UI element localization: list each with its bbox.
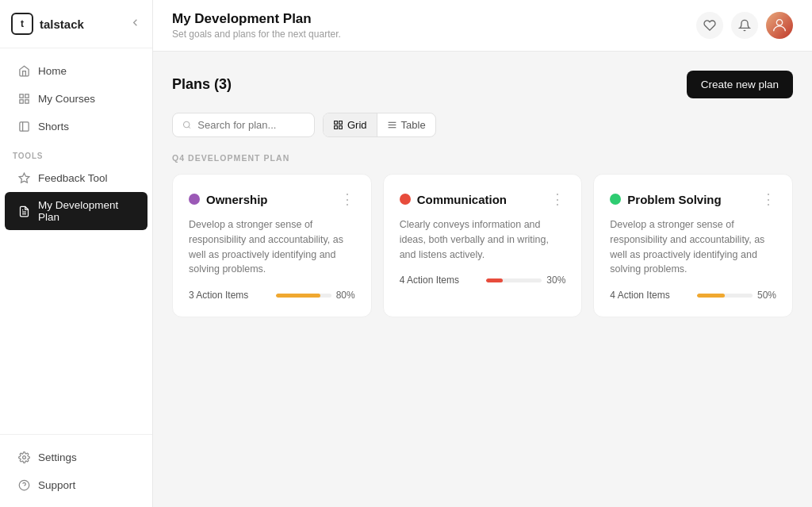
card-footer: 3 Action Items 80% [189,290,355,301]
action-count: 4 Action Items [400,275,459,286]
progress-bar [486,278,542,282]
card-footer: 4 Action Items 30% [400,275,566,286]
development-plan-icon [17,205,30,217]
card-header: Ownership ⋮ [189,190,355,208]
card-title-row: Ownership [189,193,268,206]
sidebar-item-feedback-tool[interactable]: Feedback Tool [5,164,147,191]
page-subtitle: Set goals and plans for the next quarter… [172,29,341,40]
card-menu-button[interactable]: ⋮ [550,190,565,208]
main-content: My Development Plan Set goals and plans … [153,0,812,507]
svg-point-12 [776,20,782,25]
plans-header: Plans (3) Create new plan [172,71,793,98]
sidebar-item-shorts-label: Shorts [38,121,69,133]
grid-icon [333,120,343,130]
sidebar-item-my-development-plan-label: My Development Plan [38,199,135,223]
svg-rect-17 [335,126,338,129]
card-header: Communication ⋮ [400,190,566,208]
plan-card-communication[interactable]: Communication ⋮ Clearly conveys informat… [383,174,583,317]
progress-fill [697,294,725,298]
search-input[interactable] [197,119,304,131]
progress-area: 30% [486,275,565,286]
svg-rect-0 [19,94,22,97]
sidebar-item-my-courses-label: My Courses [38,93,95,105]
sidebar-item-settings[interactable]: Settings [5,444,147,471]
header-text: My Development Plan Set goals and plans … [172,11,341,40]
favorite-button[interactable] [696,12,723,39]
content-area: Plans (3) Create new plan Grid Table Q4 [153,52,812,507]
progress-area: 80% [276,290,355,301]
progress-percentage: 50% [757,290,776,301]
svg-rect-1 [25,94,28,97]
svg-line-14 [189,127,190,129]
sidebar-bottom: Settings Support [0,434,152,507]
svg-marker-6 [19,173,29,182]
card-menu-button[interactable]: ⋮ [761,190,776,208]
progress-percentage: 80% [336,290,355,301]
action-count: 3 Action Items [189,290,248,301]
sidebar-item-support[interactable]: Support [5,471,147,498]
avatar[interactable] [766,12,793,39]
grid-view-button[interactable]: Grid [324,113,377,136]
book-icon [17,92,30,105]
card-dot [189,194,200,205]
view-toggle: Grid Table [323,113,436,137]
card-menu-button[interactable]: ⋮ [340,190,355,208]
sidebar: t talstack Home My Courses Shorts [0,0,153,507]
grid-view-label: Grid [347,119,367,131]
svg-point-13 [183,121,190,128]
svg-rect-15 [335,121,338,125]
plans-toolbar: Grid Table [172,113,793,137]
action-count: 4 Action Items [610,290,669,301]
svg-rect-4 [19,121,28,130]
card-header: Problem Solving ⋮ [610,190,776,208]
sidebar-collapse-button[interactable] [129,17,141,31]
sidebar-item-settings-label: Settings [38,451,77,463]
feedback-tool-icon [17,171,30,184]
page-header: My Development Plan Set goals and plans … [153,0,812,52]
table-view-button[interactable]: Table [377,113,435,136]
svg-rect-2 [19,99,22,102]
progress-percentage: 30% [546,275,565,286]
plans-title: Plans (3) [172,76,232,93]
search-box [172,113,315,137]
svg-point-9 [22,455,25,459]
plan-card-problem-solving[interactable]: Problem Solving ⋮ Develop a stronger sen… [593,174,793,317]
page-title: My Development Plan [172,11,341,27]
sidebar-item-home-label: Home [38,65,67,77]
table-view-label: Table [401,119,426,131]
progress-bar [697,294,753,298]
progress-fill [486,278,503,282]
section-label: Q4 DEVELOPMENT PLAN [172,153,793,163]
cards-grid: Ownership ⋮ Develop a stronger sense of … [172,174,793,317]
card-title-row: Problem Solving [610,193,721,206]
progress-fill [276,294,320,298]
logo-box: t [11,13,33,35]
card-description: Clearly conveys information and ideas, b… [400,217,566,262]
sidebar-item-shorts[interactable]: Shorts [5,113,147,140]
svg-rect-16 [339,121,343,125]
sidebar-nav: Home My Courses Shorts TOOLs Feedback To… [0,48,152,434]
notifications-button[interactable] [731,12,758,39]
sidebar-item-my-development-plan[interactable]: My Development Plan [5,192,147,230]
sidebar-logo: t talstack [0,0,152,48]
logo-letter: t [21,18,24,29]
sidebar-item-support-label: Support [38,479,75,491]
sidebar-item-my-courses[interactable]: My Courses [5,85,147,112]
sidebar-item-home[interactable]: Home [5,57,147,84]
tools-section-label: TOOLs [0,140,152,163]
progress-bar [276,294,331,298]
card-dot [400,194,411,205]
settings-icon [17,451,30,463]
svg-rect-18 [339,126,343,129]
progress-area: 50% [697,290,776,301]
sidebar-item-feedback-tool-label: Feedback Tool [38,172,108,184]
logo-name: talstack [40,17,84,31]
table-icon [387,120,397,130]
plan-card-ownership[interactable]: Ownership ⋮ Develop a stronger sense of … [172,174,372,317]
card-dot [610,194,621,205]
card-title-row: Communication [400,193,507,206]
home-icon [17,64,30,77]
shorts-icon [17,120,30,133]
create-plan-button[interactable]: Create new plan [687,71,793,98]
card-footer: 4 Action Items 50% [610,290,776,301]
